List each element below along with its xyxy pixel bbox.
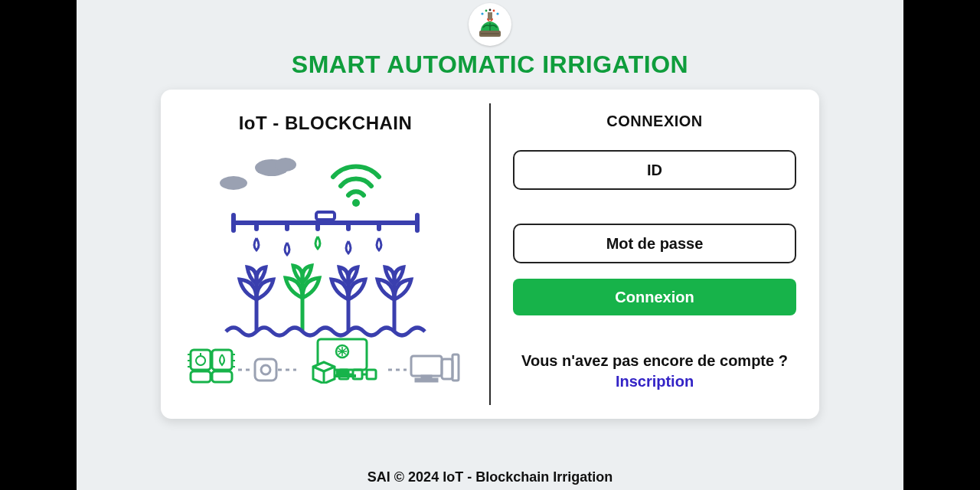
svg-rect-55 — [442, 359, 452, 379]
svg-rect-29 — [212, 371, 232, 382]
svg-rect-27 — [212, 350, 232, 370]
svg-rect-1 — [488, 12, 492, 20]
page-stage: SMART AUTOMATIC IRRIGATION IoT - BLOCKCH… — [77, 0, 903, 490]
signup-link[interactable]: Inscription — [616, 373, 694, 390]
svg-rect-54 — [416, 379, 437, 381]
svg-point-3 — [496, 12, 498, 15]
svg-point-4 — [485, 10, 488, 12]
svg-rect-49 — [367, 370, 376, 379]
app-title: SMART AUTOMATIC IRRIGATION — [292, 51, 688, 79]
login-button[interactable]: Connexion — [513, 279, 796, 315]
svg-point-9 — [275, 158, 296, 172]
svg-rect-28 — [191, 371, 211, 382]
svg-rect-39 — [255, 359, 276, 381]
info-panel: IoT - BLOCKCHAIN — [161, 90, 490, 419]
app-logo-badge — [469, 3, 511, 46]
svg-rect-21 — [316, 212, 335, 220]
svg-rect-52 — [411, 356, 442, 376]
svg-rect-26 — [191, 350, 211, 370]
signup-question: Vous n'avez pas encore de compte ? — [521, 352, 788, 370]
svg-point-5 — [493, 10, 495, 12]
vertical-divider — [489, 103, 491, 405]
svg-point-11 — [352, 199, 360, 207]
iot-blockchain-illustration — [188, 139, 463, 384]
letterbox-right — [903, 0, 980, 490]
svg-point-10 — [220, 176, 247, 190]
id-field[interactable] — [513, 150, 796, 190]
login-panel: CONNEXION Connexion Vous n'avez pas enco… — [490, 90, 819, 419]
plant-irrigation-icon — [473, 8, 507, 41]
password-field[interactable] — [513, 224, 796, 263]
info-panel-title: IoT - BLOCKCHAIN — [239, 113, 413, 134]
svg-point-40 — [261, 365, 270, 374]
footer-text: SAI © 2024 IoT - Blockchain Irrigation — [77, 469, 903, 485]
svg-point-2 — [481, 12, 483, 15]
svg-rect-56 — [452, 354, 459, 381]
svg-point-6 — [489, 9, 492, 11]
letterbox-left — [0, 0, 77, 490]
login-heading: CONNEXION — [606, 113, 703, 130]
login-card: IoT - BLOCKCHAIN — [161, 90, 819, 419]
signup-block: Vous n'avez pas encore de compte ? Inscr… — [521, 352, 788, 390]
